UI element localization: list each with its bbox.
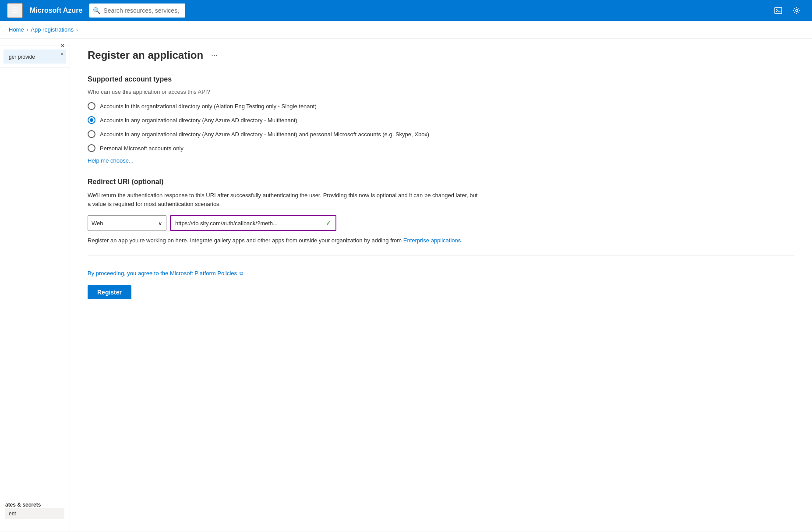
settings-icon <box>793 7 801 14</box>
register-note-prefix: Register an app you're working on here. … <box>88 237 403 244</box>
main-content: Register an application ··· Supported ac… <box>70 39 812 532</box>
radio-option-4[interactable]: Personal Microsoft accounts only <box>88 144 794 152</box>
register-button[interactable]: Register <box>88 285 131 299</box>
radio-label-2: Accounts in any organizational directory… <box>100 117 297 124</box>
enterprise-applications-link[interactable]: Enterprise applications. <box>403 237 462 244</box>
sidebar-divider-1 <box>0 46 70 46</box>
radio-circle-2 <box>88 116 95 124</box>
radio-circle-1 <box>88 102 95 110</box>
redirect-uri-title: Redirect URI (optional) <box>88 178 794 186</box>
radio-label-1: Accounts in this organizational director… <box>100 103 317 110</box>
section-divider <box>88 255 794 256</box>
redirect-uri-value: https://do sity.com/auth/callback/?meth.… <box>175 220 323 227</box>
radio-option-1[interactable]: Accounts in this organizational director… <box>88 102 794 110</box>
radio-group: Accounts in this organizational director… <box>88 102 794 152</box>
sidebar-section-text: ger provide <box>9 54 35 60</box>
redirect-type-label: Web <box>92 220 103 227</box>
redirect-type-select[interactable]: Web ∨ <box>88 215 166 231</box>
radio-option-2[interactable]: Accounts in any organizational directory… <box>88 116 794 124</box>
radio-circle-3 <box>88 130 95 138</box>
page-title: Register an application <box>88 49 203 61</box>
policy-link[interactable]: By proceeding, you agree to the Microsof… <box>88 270 794 277</box>
supported-accounts-section: Supported account types Who can use this… <box>88 75 794 164</box>
sidebar: × × ger provide ates & secrets ent <box>0 39 70 532</box>
sidebar-bottom-item[interactable]: ent <box>5 508 64 519</box>
sidebar-section-close-button[interactable]: × <box>60 51 64 57</box>
breadcrumb-sep-1: › <box>27 27 28 32</box>
redirect-uri-description: We'll return the authentication response… <box>88 191 482 208</box>
breadcrumb-app-registrations[interactable]: App registrations <box>31 26 74 33</box>
policy-text: By proceeding, you agree to the Microsof… <box>88 270 237 277</box>
external-link-icon: ⧉ <box>240 270 243 276</box>
page-more-button[interactable]: ··· <box>208 50 220 61</box>
redirect-inputs: Web ∨ https://do sity.com/auth/callback/… <box>88 215 794 231</box>
sidebar-close-button[interactable]: × <box>61 42 64 49</box>
redirect-type-dropdown-icon: ∨ <box>158 220 162 227</box>
terminal-button[interactable] <box>770 4 787 17</box>
form-footer: By proceeding, you agree to the Microsof… <box>88 266 794 299</box>
radio-label-3: Accounts in any organizational directory… <box>100 131 429 138</box>
topbar: ☰ Microsoft Azure 🔍 <box>0 0 812 21</box>
supported-accounts-title: Supported account types <box>88 75 794 83</box>
search-wrap: 🔍 <box>89 4 396 18</box>
settings-button[interactable] <box>788 4 805 17</box>
sidebar-bottom: ates & secrets ent <box>0 498 70 523</box>
svg-point-2 <box>796 10 798 12</box>
redirect-uri-check-icon: ✓ <box>326 220 331 227</box>
supported-accounts-subtitle: Who can use this application or access t… <box>88 89 794 95</box>
hamburger-button[interactable]: ☰ <box>7 3 23 18</box>
help-me-choose-link[interactable]: Help me choose... <box>88 157 134 164</box>
radio-circle-4 <box>88 144 95 152</box>
topbar-actions <box>770 4 805 17</box>
breadcrumb: Home › App registrations › <box>0 21 812 39</box>
search-icon: 🔍 <box>93 7 100 14</box>
sidebar-item-secrets-label[interactable]: ates & secrets <box>5 502 64 508</box>
page-header: Register an application ··· <box>88 49 794 61</box>
terminal-icon <box>774 7 782 14</box>
main-layout: × × ger provide ates & secrets ent Regis… <box>0 39 812 532</box>
breadcrumb-home[interactable]: Home <box>9 26 24 33</box>
redirect-uri-input-wrapper[interactable]: https://do sity.com/auth/callback/?meth.… <box>170 215 336 231</box>
search-input[interactable] <box>89 4 185 18</box>
radio-label-4: Personal Microsoft accounts only <box>100 145 184 152</box>
radio-option-3[interactable]: Accounts in any organizational directory… <box>88 130 794 138</box>
redirect-uri-section: Redirect URI (optional) We'll return the… <box>88 178 794 245</box>
brand-name: Microsoft Azure <box>30 7 82 14</box>
register-note: Register an app you're working on here. … <box>88 236 482 245</box>
sidebar-section-notification: × ger provide <box>4 50 66 64</box>
sidebar-divider-2 <box>0 67 70 67</box>
breadcrumb-sep-2: › <box>76 27 78 32</box>
